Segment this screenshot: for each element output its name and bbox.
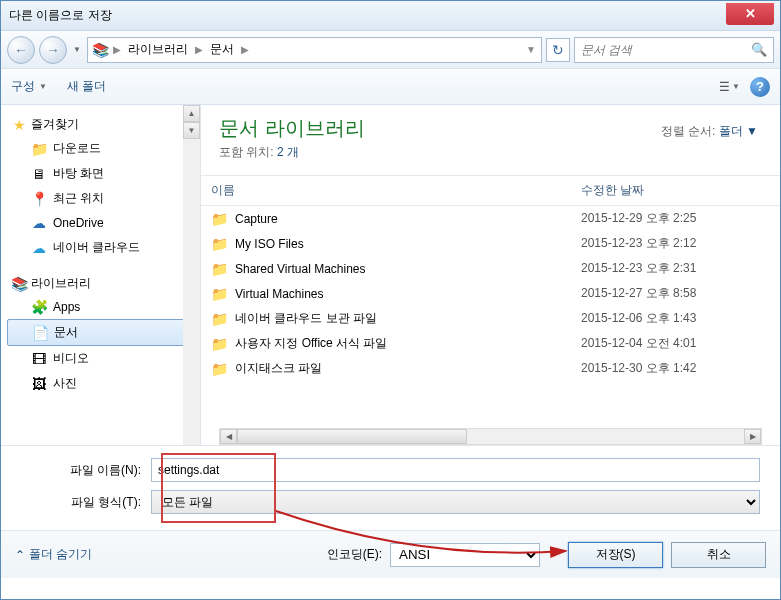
sidebar-item-downloads[interactable]: 📁다운로드 bbox=[7, 136, 200, 161]
file-row[interactable]: 📁Capture2015-12-29 오후 2:25 bbox=[201, 206, 780, 231]
sidebar-item-documents[interactable]: 📄문서 bbox=[7, 319, 200, 346]
cloud-icon: ☁ bbox=[31, 215, 47, 231]
hide-folders-button[interactable]: ⌃ 폴더 숨기기 bbox=[15, 546, 92, 563]
documents-icon: 📄 bbox=[32, 325, 48, 341]
library-count[interactable]: 2 개 bbox=[277, 145, 299, 159]
library-icon: 📚 bbox=[11, 276, 27, 292]
file-name: Capture bbox=[235, 212, 581, 226]
folder-icon: 📁 bbox=[211, 286, 229, 302]
scroll-left-button[interactable]: ◀ bbox=[220, 429, 237, 444]
sidebar-scrollbar[interactable]: ▲ ▼ bbox=[183, 105, 200, 445]
refresh-button[interactable]: ↻ bbox=[546, 38, 570, 62]
scroll-up-button[interactable]: ▲ bbox=[183, 105, 200, 122]
sidebar-favorites[interactable]: ★ 즐겨찾기 bbox=[7, 113, 200, 136]
filetype-label: 파일 형식(T): bbox=[21, 494, 151, 511]
sort-order: 정렬 순서: 폴더 ▼ bbox=[661, 123, 758, 140]
save-button[interactable]: 저장(S) bbox=[568, 542, 663, 568]
file-name: Shared Virtual Machines bbox=[235, 262, 581, 276]
chevron-up-icon: ⌃ bbox=[15, 548, 25, 562]
nav-history-dropdown[interactable]: ▼ bbox=[71, 36, 83, 64]
help-button[interactable]: ? bbox=[750, 77, 770, 97]
file-date: 2015-12-27 오후 8:58 bbox=[581, 285, 770, 302]
encoding-label: 인코딩(E): bbox=[327, 546, 390, 563]
column-date[interactable]: 수정한 날짜 bbox=[571, 176, 780, 205]
sidebar-item-pictures[interactable]: 🖼사진 bbox=[7, 371, 200, 396]
file-date: 2015-12-23 오후 2:12 bbox=[581, 235, 770, 252]
file-row[interactable]: 📁이지태스크 파일2015-12-30 오후 1:42 bbox=[201, 356, 780, 381]
search-box[interactable]: 🔍 bbox=[574, 37, 774, 63]
toolbar: 구성 ▼ 새 폴더 ☰ ▼ ? bbox=[1, 69, 780, 105]
window-title: 다른 이름으로 저장 bbox=[9, 7, 112, 24]
cancel-button[interactable]: 취소 bbox=[671, 542, 766, 568]
sidebar-item-videos[interactable]: 🎞비디오 bbox=[7, 346, 200, 371]
organize-menu[interactable]: 구성 ▼ bbox=[11, 78, 47, 95]
back-button[interactable]: ← bbox=[7, 36, 35, 64]
breadcrumb-root[interactable]: 라이브러리 bbox=[124, 38, 192, 62]
view-options-button[interactable]: ☰ ▼ bbox=[719, 80, 740, 94]
file-name: Virtual Machines bbox=[235, 287, 581, 301]
video-icon: 🎞 bbox=[31, 351, 47, 367]
recent-icon: 📍 bbox=[31, 191, 47, 207]
save-fields-panel: 파일 이름(N): 파일 형식(T): 모든 파일 bbox=[1, 445, 780, 530]
file-list: 📁Capture2015-12-29 오후 2:25📁My ISO Files2… bbox=[201, 206, 780, 426]
file-row[interactable]: 📁네이버 클라우드 보관 파일2015-12-06 오후 1:43 bbox=[201, 306, 780, 331]
chevron-right-icon: ▶ bbox=[110, 44, 124, 55]
forward-button[interactable]: → bbox=[39, 36, 67, 64]
column-name[interactable]: 이름 bbox=[201, 176, 571, 205]
star-icon: ★ bbox=[11, 117, 27, 133]
chevron-right-icon: ▶ bbox=[192, 44, 206, 55]
column-headers: 이름 수정한 날짜 bbox=[201, 175, 780, 206]
library-subtitle: 포함 위치: 2 개 bbox=[219, 144, 762, 161]
footer: ⌃ 폴더 숨기기 인코딩(E): ANSI 저장(S) 취소 bbox=[1, 530, 780, 578]
folder-icon: 📁 bbox=[211, 261, 229, 277]
file-row[interactable]: 📁사용자 지정 Office 서식 파일2015-12-04 오전 4:01 bbox=[201, 331, 780, 356]
main-panel: 문서 라이브러리 포함 위치: 2 개 정렬 순서: 폴더 ▼ 이름 수정한 날… bbox=[201, 105, 780, 445]
pictures-icon: 🖼 bbox=[31, 376, 47, 392]
file-row[interactable]: 📁Virtual Machines2015-12-27 오후 8:58 bbox=[201, 281, 780, 306]
new-folder-button[interactable]: 새 폴더 bbox=[67, 78, 106, 95]
encoding-select[interactable]: ANSI bbox=[390, 543, 540, 567]
library-icon: 📚 bbox=[92, 42, 108, 58]
file-name: 사용자 지정 Office 서식 파일 bbox=[235, 335, 581, 352]
scroll-right-button[interactable]: ▶ bbox=[744, 429, 761, 444]
file-date: 2015-12-23 오후 2:31 bbox=[581, 260, 770, 277]
sidebar-item-apps[interactable]: 🧩Apps bbox=[7, 295, 200, 319]
file-name: 네이버 클라우드 보관 파일 bbox=[235, 310, 581, 327]
file-date: 2015-12-29 오후 2:25 bbox=[581, 210, 770, 227]
scroll-down-button[interactable]: ▼ bbox=[183, 122, 200, 139]
sidebar: ★ 즐겨찾기 📁다운로드 🖥바탕 화면 📍최근 위치 ☁OneDrive ☁네이… bbox=[1, 105, 201, 445]
file-date: 2015-12-30 오후 1:42 bbox=[581, 360, 770, 377]
chevron-down-icon[interactable]: ▼ bbox=[523, 44, 539, 55]
breadcrumb-current[interactable]: 문서 bbox=[206, 38, 238, 62]
sidebar-item-onedrive[interactable]: ☁OneDrive bbox=[7, 211, 200, 235]
sidebar-item-naver[interactable]: ☁네이버 클라우드 bbox=[7, 235, 200, 260]
folder-icon: 📁 bbox=[31, 141, 47, 157]
chevron-down-icon: ▼ bbox=[39, 82, 47, 91]
folder-icon: 📁 bbox=[211, 311, 229, 327]
navbar: ← → ▼ 📚 ▶ 라이브러리 ▶ 문서 ▶ ▼ ↻ 🔍 bbox=[1, 31, 780, 69]
sidebar-item-desktop[interactable]: 🖥바탕 화면 bbox=[7, 161, 200, 186]
breadcrumb[interactable]: 📚 ▶ 라이브러리 ▶ 문서 ▶ ▼ bbox=[87, 37, 542, 63]
apps-icon: 🧩 bbox=[31, 299, 47, 315]
desktop-icon: 🖥 bbox=[31, 166, 47, 182]
sidebar-libraries[interactable]: 📚 라이브러리 bbox=[7, 272, 200, 295]
file-row[interactable]: 📁My ISO Files2015-12-23 오후 2:12 bbox=[201, 231, 780, 256]
sidebar-item-recent[interactable]: 📍최근 위치 bbox=[7, 186, 200, 211]
file-date: 2015-12-04 오전 4:01 bbox=[581, 335, 770, 352]
file-name: 이지태스크 파일 bbox=[235, 360, 581, 377]
arrow-right-icon: → bbox=[46, 42, 60, 58]
file-date: 2015-12-06 오후 1:43 bbox=[581, 310, 770, 327]
folder-icon: 📁 bbox=[211, 361, 229, 377]
search-icon: 🔍 bbox=[751, 42, 767, 57]
sort-dropdown[interactable]: 폴더 ▼ bbox=[719, 124, 758, 138]
file-row[interactable]: 📁Shared Virtual Machines2015-12-23 오후 2:… bbox=[201, 256, 780, 281]
folder-icon: 📁 bbox=[211, 236, 229, 252]
search-input[interactable] bbox=[581, 43, 751, 57]
filename-input[interactable] bbox=[151, 458, 760, 482]
scroll-thumb[interactable] bbox=[237, 429, 467, 444]
filetype-select[interactable]: 모든 파일 bbox=[151, 490, 760, 514]
folder-icon: 📁 bbox=[211, 211, 229, 227]
horizontal-scrollbar[interactable]: ◀ ▶ bbox=[219, 428, 762, 445]
close-button[interactable]: ✕ bbox=[726, 3, 774, 25]
chevron-right-icon: ▶ bbox=[238, 44, 252, 55]
